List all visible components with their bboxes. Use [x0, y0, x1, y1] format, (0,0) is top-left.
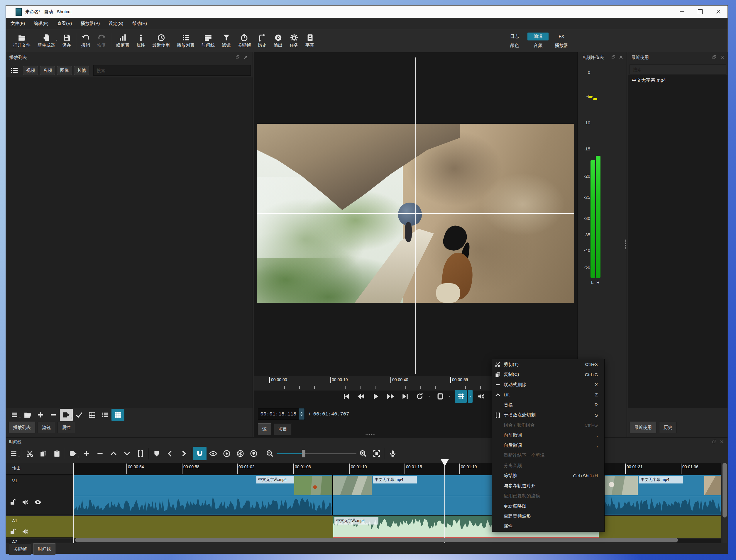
close-panel-icon[interactable]: [720, 439, 724, 444]
timeline-tool-split-playhead[interactable]: [134, 447, 147, 460]
tab-属性[interactable]: 属性: [57, 422, 75, 433]
timeline-clip-video[interactable]: 中文无字幕.mp4: [73, 475, 333, 515]
playlist-tool-open-file[interactable]: [21, 409, 34, 421]
toolbar-button-playlist[interactable]: 播放列表: [173, 34, 198, 48]
context-menu-item-重建音频波形[interactable]: 重建音频波形: [492, 511, 604, 522]
timeline-tool-record-audio[interactable]: [386, 447, 400, 460]
toolbar-button-undo[interactable]: 撤销: [78, 34, 94, 48]
toolbar-button-keyframes[interactable]: 关键帧: [234, 34, 254, 48]
playlist-tool-remove[interactable]: [47, 409, 60, 421]
timeline-tool-zoom-timeline-out[interactable]: [263, 447, 276, 460]
timeline-tool-ripple[interactable]: [220, 447, 233, 460]
layout-button-日志[interactable]: 日志: [504, 33, 525, 40]
maximize-button[interactable]: [691, 6, 709, 18]
float-panel-icon[interactable]: [611, 55, 615, 59]
toolbar-button-peak-meter[interactable]: 峰值表: [113, 34, 133, 48]
filter-tab-图像[interactable]: 图像: [57, 66, 72, 75]
transport-skip-to-start-button[interactable]: [340, 390, 352, 403]
tab-时间线[interactable]: 时间线: [33, 543, 55, 555]
toolbar-button-tasks[interactable]: 任务: [286, 34, 302, 48]
timeline-tool-marker[interactable]: [150, 447, 163, 460]
context-menu-item-于播放点处切割[interactable]: 于播放点处切割S: [492, 410, 604, 420]
context-menu-item-剪切(T)[interactable]: 剪切(T)Ctrl+X: [492, 359, 604, 370]
transport-loop-button[interactable]: [414, 390, 426, 403]
toolbar-button-save[interactable]: 保存: [59, 34, 74, 48]
menu-item-5[interactable]: 设定(S): [108, 21, 123, 26]
context-menu-item-更新缩略图[interactable]: 更新缩略图: [492, 501, 604, 511]
toolbar-button-recent[interactable]: 最近使用: [149, 34, 173, 48]
context-menu-item-与参考轨道对齐[interactable]: 与参考轨道对齐: [492, 481, 604, 491]
timeline-tool-copy[interactable]: [37, 447, 50, 460]
toolbar-button-subtitles[interactable]: 字幕: [302, 34, 318, 48]
tab-关键帧[interactable]: 关键帧: [9, 543, 31, 555]
timeline-tool-cut[interactable]: [23, 447, 37, 460]
timeline-tool-next-marker[interactable]: [177, 447, 190, 460]
transport-skip-to-end-button[interactable]: [399, 390, 411, 403]
timeline-zoom-slider[interactable]: [276, 447, 356, 460]
layout-button-播放器[interactable]: 播放器: [551, 42, 572, 50]
timeline-tool-ripple-markers[interactable]: [247, 447, 260, 460]
in-out-range-options-caret[interactable]: [447, 390, 452, 403]
timeline-tool-append[interactable]: [80, 447, 93, 460]
timeline-ruler[interactable]: 00:00:5400:00:5800:01:0200:01:0600:01:10…: [73, 463, 721, 475]
loop-options-caret[interactable]: [427, 390, 432, 403]
menu-item-1[interactable]: 文件(F): [11, 21, 25, 26]
spin-down-icon[interactable]: [300, 415, 303, 416]
tab-播放列表[interactable]: 播放列表: [9, 422, 35, 433]
speaker-icon[interactable]: [22, 528, 29, 535]
playlist-tool-view-icons[interactable]: [111, 409, 124, 421]
context-menu-item-属性[interactable]: 属性: [492, 521, 604, 532]
context-menu-item-复制(C)[interactable]: 复制(C)Ctrl+C: [492, 370, 604, 380]
toolbar-button-timeline[interactable]: 时间线: [198, 34, 218, 48]
close-button[interactable]: [709, 6, 727, 18]
timecode-spinner[interactable]: [298, 408, 304, 420]
timeline-tool-zoom-timeline-in[interactable]: [356, 447, 370, 460]
timeline-horizontal-scrollbar[interactable]: [75, 538, 678, 542]
close-panel-icon[interactable]: [244, 55, 248, 59]
grid-overlay-options-caret[interactable]: [468, 390, 473, 403]
layout-button-FX[interactable]: FX: [551, 33, 572, 40]
playlist-tool-playlist-menu[interactable]: [8, 409, 21, 421]
transport-rewind-button[interactable]: [355, 390, 367, 403]
playlist-tool-add[interactable]: [34, 409, 47, 421]
timeline-tool-prev-marker[interactable]: [163, 447, 177, 460]
speaker-icon[interactable]: [22, 499, 29, 506]
toolbar-button-filters[interactable]: 滤镜: [218, 34, 234, 48]
player-tab-源[interactable]: 源: [258, 423, 271, 435]
menu-item-3[interactable]: 查看(V): [57, 21, 72, 26]
eye-icon[interactable]: [34, 499, 41, 506]
layout-button-颜色[interactable]: 颜色: [504, 42, 525, 50]
timeline-tool-ripple-delete[interactable]: [93, 447, 107, 460]
timecode-field[interactable]: 00:01:18.118: [258, 408, 305, 420]
splitter-handle-vertical[interactable]: [625, 239, 626, 249]
toolbar-button-properties[interactable]: 属性: [133, 34, 149, 48]
context-menu-item-联动式删除[interactable]: 联动式删除X: [492, 380, 604, 390]
transport-grid-overlay-button[interactable]: [455, 390, 467, 403]
player-tab-项目[interactable]: 项目: [274, 423, 291, 435]
float-panel-icon[interactable]: [712, 439, 716, 444]
context-menu-item-向后微调[interactable]: 向后微调,: [492, 440, 604, 451]
tab-最近使用[interactable]: 最近使用: [630, 422, 656, 433]
layout-button-编辑[interactable]: 编辑: [528, 33, 549, 40]
layout-button-音频[interactable]: 音频: [528, 42, 549, 50]
playlist-tool-view-details[interactable]: [86, 409, 99, 421]
context-menu-item-冻结帧[interactable]: 冻结帧Ctrl+Shift+H: [492, 471, 604, 481]
float-panel-icon[interactable]: [712, 55, 716, 59]
timeline-tool-snap[interactable]: [193, 447, 206, 460]
transport-play-button[interactable]: [370, 390, 382, 403]
toolbar-button-redo[interactable]: 恢复: [94, 34, 109, 48]
lock-open-icon[interactable]: [10, 528, 17, 535]
filter-tab-视频[interactable]: 视频: [23, 66, 38, 75]
playlist-search-input[interactable]: [93, 65, 251, 76]
toolbar-button-open-file[interactable]: 打开文件: [9, 34, 34, 48]
slider-handle[interactable]: [302, 450, 305, 457]
minimize-button[interactable]: [673, 6, 691, 18]
toolbar-button-history[interactable]: 历史: [254, 34, 270, 48]
float-panel-icon[interactable]: [235, 55, 240, 59]
close-panel-icon[interactable]: [720, 55, 725, 59]
timeline-playhead-line[interactable]: [445, 459, 445, 543]
timeline-vertical-scrollbar[interactable]: [723, 463, 727, 543]
timeline-tool-paste[interactable]: [50, 447, 64, 460]
transport-in-out-range-button[interactable]: [435, 390, 446, 403]
timeline-tool-ripple-all-tracks[interactable]: [233, 447, 247, 460]
